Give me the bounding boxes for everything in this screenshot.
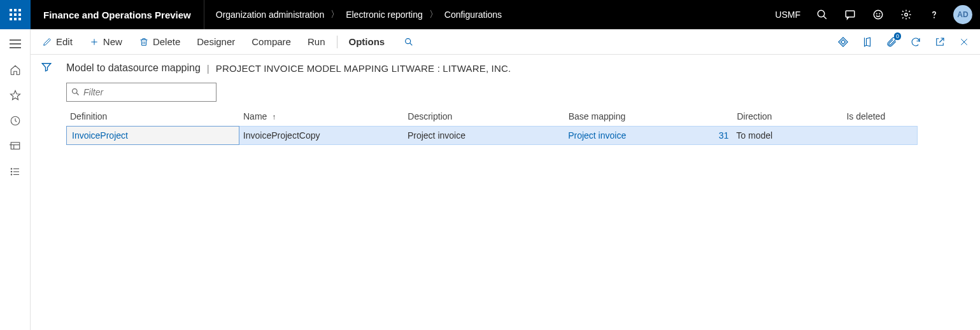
help-icon — [928, 9, 940, 20]
svg-rect-11 — [846, 11, 855, 17]
svg-rect-0 — [10, 9, 12, 11]
delete-button[interactable]: Delete — [132, 34, 187, 50]
svg-point-16 — [934, 17, 935, 18]
search-icon — [816, 9, 828, 20]
page-header: Model to datasource mapping | PROJECT IN… — [65, 62, 967, 74]
delete-label: Delete — [153, 36, 180, 47]
nav-toggle[interactable] — [0, 31, 31, 57]
svg-line-36 — [410, 43, 413, 45]
popout-icon — [934, 36, 946, 48]
edit-label: Edit — [56, 36, 73, 47]
smile-icon — [872, 9, 884, 20]
company-picker[interactable]: USMF — [769, 10, 807, 20]
compare-button[interactable]: Compare — [245, 34, 297, 50]
search-icon — [71, 87, 80, 97]
new-button[interactable]: New — [83, 34, 129, 50]
gear-icon — [900, 9, 912, 20]
waffle-icon — [10, 9, 21, 20]
edit-button[interactable]: Edit — [36, 34, 79, 50]
col-base-mapping[interactable]: Base mapping — [565, 111, 711, 121]
attachments-button[interactable]: 0 — [881, 31, 902, 53]
svg-rect-4 — [14, 13, 17, 16]
designer-label: Designer — [197, 36, 235, 47]
svg-rect-5 — [18, 13, 21, 16]
grid-header: Definition Name ↑ Description Base mappi… — [66, 107, 918, 126]
messages-button[interactable] — [837, 0, 863, 29]
nav-recent[interactable] — [0, 108, 31, 134]
designer-button[interactable]: Designer — [190, 34, 241, 50]
left-nav — [0, 29, 31, 330]
feedback-button[interactable] — [865, 0, 891, 29]
svg-point-9 — [818, 10, 825, 17]
filter-box[interactable] — [66, 83, 217, 102]
svg-rect-37 — [839, 37, 848, 46]
svg-rect-7 — [14, 18, 17, 20]
svg-rect-22 — [11, 142, 20, 149]
trash-icon — [139, 37, 149, 47]
svg-point-35 — [406, 38, 411, 43]
office-button[interactable] — [856, 31, 878, 53]
col-is-deleted[interactable]: Is deleted — [842, 111, 918, 121]
page-detail: PROJECT INVOICE MODEL MAPPING LITWARE : … — [216, 63, 511, 74]
svg-point-41 — [73, 89, 78, 94]
col-direction[interactable]: Direction — [733, 111, 842, 121]
svg-line-42 — [76, 93, 78, 95]
office-icon — [862, 36, 873, 48]
search-button[interactable] — [809, 0, 835, 29]
new-label: New — [103, 36, 122, 47]
nav-favorites[interactable] — [0, 83, 31, 108]
funnel-icon — [41, 61, 52, 72]
lozenge-button[interactable] — [832, 31, 854, 53]
compare-label: Compare — [252, 36, 291, 47]
help-button[interactable] — [921, 0, 947, 29]
nav-workspaces[interactable] — [0, 134, 31, 159]
col-description[interactable]: Description — [404, 111, 564, 121]
chat-icon — [844, 9, 856, 20]
svg-point-14 — [879, 13, 880, 14]
plus-icon — [89, 37, 99, 47]
close-button[interactable] — [953, 31, 975, 53]
breadcrumb-item[interactable]: Organization administration — [216, 10, 324, 20]
cell-base-num: 31 — [710, 130, 732, 141]
options-label: Options — [349, 36, 385, 47]
cell-base-mapping[interactable]: Project invoice — [564, 130, 710, 141]
cell-definition[interactable]: InvoiceProject — [66, 126, 239, 145]
action-bar-right: 0 — [832, 31, 980, 53]
filter-pane-toggle[interactable] — [31, 55, 62, 330]
app-title: Finance and Operations Preview — [31, 0, 204, 29]
svg-point-12 — [874, 10, 883, 19]
col-definition[interactable]: Definition — [66, 111, 239, 121]
nav-home[interactable] — [0, 57, 31, 83]
settings-button[interactable] — [893, 0, 919, 29]
breadcrumb-item[interactable]: Configurations — [444, 10, 502, 20]
popout-button[interactable] — [929, 31, 951, 53]
top-bar: Finance and Operations Preview Organizat… — [0, 0, 980, 29]
svg-point-25 — [11, 168, 12, 170]
svg-marker-20 — [10, 91, 20, 100]
top-tools: USMF AD — [769, 0, 980, 29]
refresh-button[interactable] — [905, 31, 927, 53]
options-button[interactable]: Options — [343, 34, 392, 50]
run-button[interactable]: Run — [301, 34, 332, 50]
svg-rect-38 — [841, 39, 845, 44]
filter-input[interactable] — [67, 83, 216, 101]
breadcrumb: Organization administration 〉 Electronic… — [204, 0, 769, 29]
close-icon — [959, 37, 969, 47]
cell-name[interactable]: InvoiceProjectCopy — [239, 130, 404, 141]
refresh-icon — [910, 36, 921, 48]
divider — [337, 36, 337, 48]
svg-rect-8 — [18, 18, 21, 20]
nav-modules[interactable] — [0, 159, 31, 184]
app-launcher[interactable] — [0, 0, 31, 29]
cell-direction: To model — [732, 130, 842, 141]
svg-rect-3 — [10, 13, 12, 16]
svg-rect-2 — [18, 9, 21, 11]
avatar[interactable]: AD — [953, 5, 972, 24]
col-name[interactable]: Name ↑ — [239, 111, 404, 121]
breadcrumb-item[interactable]: Electronic reporting — [346, 10, 423, 20]
toolbar-search-button[interactable] — [395, 34, 420, 50]
table-row[interactable]: InvoiceProject InvoiceProjectCopy Projec… — [66, 126, 918, 145]
svg-rect-6 — [10, 18, 12, 20]
action-bar: Edit New Delete Designer Compare Run Opt… — [31, 29, 980, 55]
workspace-icon — [10, 141, 21, 152]
